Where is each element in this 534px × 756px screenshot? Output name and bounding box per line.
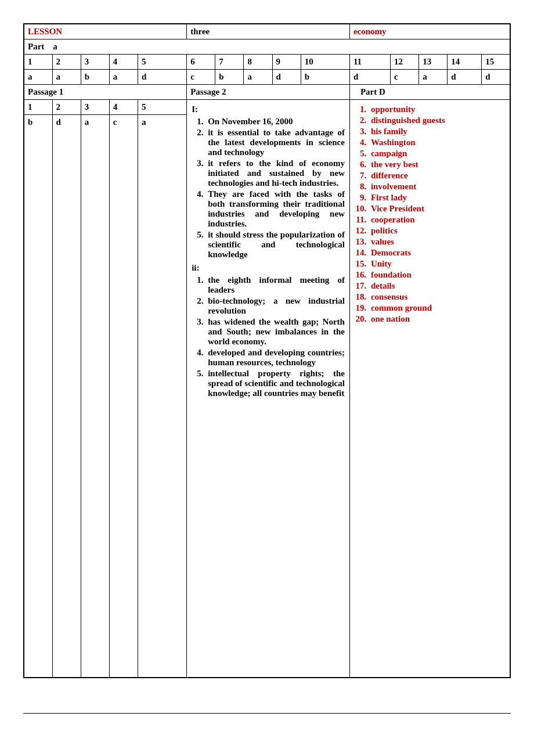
list-item: consensus [369, 292, 505, 302]
lesson-table: LESSON three economy Part a 1 2 3 4 5 6 … [23, 23, 511, 678]
list-item: Vice President [369, 204, 505, 214]
ans-cell: b [24, 115, 52, 678]
partd-list: opportunity distinguished guests his fam… [355, 105, 505, 324]
section-ii-label: ii: [192, 263, 345, 273]
list-item: cooperation [369, 215, 505, 225]
num-cell: 13 [419, 55, 448, 70]
ans-cell: d [272, 70, 301, 85]
passage1-header: Passage 1 [24, 85, 187, 100]
num-cell: 11 [349, 55, 390, 70]
ans-cell: a [419, 70, 448, 85]
list-item: campaign [369, 149, 505, 159]
ans-cell: d [52, 115, 81, 678]
answers-row-1: a a b a d c b a d b d c a d d [24, 70, 510, 85]
lesson-value: three [190, 27, 210, 36]
ans-cell: a [24, 70, 52, 85]
part-cell: Part a [24, 39, 510, 55]
num-cell: 15 [482, 55, 510, 70]
num-cell: 3 [81, 100, 109, 115]
list-item: bio-technology; a new industrial revolut… [205, 296, 345, 316]
ans-cell: b [81, 70, 109, 85]
section-i-label: I: [192, 105, 345, 114]
list-item: developed and developing countries; huma… [205, 348, 345, 368]
partd-header: Part D [349, 85, 510, 100]
num-cell: 10 [301, 55, 349, 70]
num-cell: 1 [24, 100, 52, 115]
ans-cell: d [482, 70, 510, 85]
ans-cell: a [81, 115, 109, 678]
list-item: his family [369, 127, 505, 136]
list-item: one nation [369, 314, 505, 324]
topic: economy [353, 27, 387, 36]
ans-cell: c [187, 70, 215, 85]
list-item: Democrats [369, 248, 505, 258]
list-item: foundation [369, 270, 505, 280]
ans-cell: b [301, 70, 349, 85]
list-item: it refers to the kind of economy initiat… [205, 159, 345, 188]
num-cell: 12 [391, 55, 419, 70]
lesson-label-cell: LESSON [24, 24, 187, 39]
list-item: politics [369, 226, 505, 236]
list-item: involvement [369, 182, 505, 192]
topic-cell: economy [349, 24, 510, 39]
footer-divider [23, 713, 511, 714]
lesson-value-cell: three [187, 24, 350, 39]
num-cell: 2 [52, 100, 81, 115]
list-item: intellectual property rights; the spread… [205, 369, 345, 398]
num-cell: 8 [244, 55, 272, 70]
part-label: Part [28, 42, 44, 51]
ans-cell: d [138, 70, 186, 85]
passage2-content: I: On November 16, 2000 it is essential … [187, 100, 350, 678]
passage2-header: Passage 2 [187, 85, 350, 100]
numbers-row-1: 1 2 3 4 5 6 7 8 9 10 11 12 13 14 15 [24, 55, 510, 70]
list-item: it is essential to take advantage of the… [205, 128, 345, 157]
partd-content: opportunity distinguished guests his fam… [349, 100, 510, 678]
passage2-i-list: On November 16, 2000 it is essential to … [192, 117, 345, 260]
num-cell: 9 [272, 55, 301, 70]
part-row: Part a [24, 39, 510, 55]
ans-cell: a [52, 70, 81, 85]
list-item: opportunity [369, 105, 505, 114]
num-cell: 5 [138, 55, 186, 70]
ans-cell: c [109, 115, 138, 678]
part-value: a [53, 42, 57, 51]
num-cell: 1 [24, 55, 52, 70]
num-cell: 2 [52, 55, 81, 70]
list-item: values [369, 237, 505, 247]
numbers-row-2: 1 2 3 4 5 I: On November 16, 2000 it is … [24, 100, 510, 115]
section-row: Passage 1 Passage 2 Part D [24, 85, 510, 100]
num-cell: 7 [215, 55, 244, 70]
num-cell: 6 [187, 55, 215, 70]
num-cell: 14 [448, 55, 482, 70]
list-item: the very best [369, 160, 505, 170]
list-item: details [369, 281, 505, 291]
list-item: Washington [369, 138, 505, 147]
passage2-ii-list: the eighth informal meeting of leaders b… [192, 275, 345, 398]
lesson-label: LESSON [28, 27, 62, 36]
list-item: First lady [369, 193, 505, 203]
list-item: Unity [369, 259, 505, 269]
list-item: it should stress the popularization of s… [205, 230, 345, 260]
list-item: On November 16, 2000 [205, 117, 345, 127]
list-item: common ground [369, 303, 505, 313]
list-item: distinguished guests [369, 116, 505, 125]
ans-cell: d [349, 70, 390, 85]
ans-cell: d [448, 70, 482, 85]
list-item: has widened the wealth gap; North and So… [205, 317, 345, 347]
header-row: LESSON three economy [24, 24, 510, 39]
list-item: the eighth informal meeting of leaders [205, 275, 345, 295]
ans-cell: c [391, 70, 419, 85]
num-cell: 4 [109, 55, 138, 70]
ans-cell: a [138, 115, 186, 678]
ans-cell: b [215, 70, 244, 85]
num-cell: 3 [81, 55, 109, 70]
num-cell: 5 [138, 100, 186, 115]
ans-cell: a [244, 70, 272, 85]
list-item: They are faced with the tasks of both tr… [205, 189, 345, 229]
num-cell: 4 [109, 100, 138, 115]
list-item: difference [369, 171, 505, 181]
ans-cell: a [109, 70, 138, 85]
